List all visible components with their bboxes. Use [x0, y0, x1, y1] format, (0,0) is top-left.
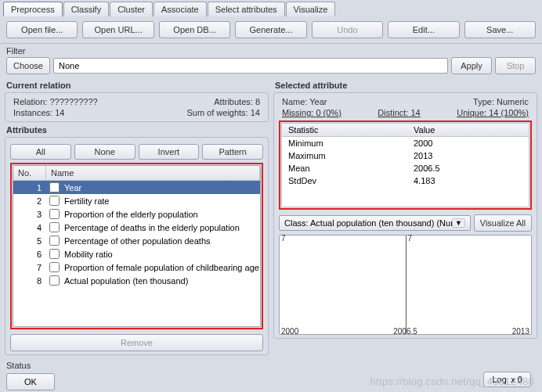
- current-relation-panel: Relation: ?????????? Attributes: 8 Insta…: [5, 92, 269, 122]
- table-row[interactable]: 3Proportion of the elderly population: [13, 207, 260, 221]
- row-checkbox[interactable]: [49, 236, 60, 246]
- histogram-preview: 7 7 2000 2006.5 2013: [279, 235, 532, 335]
- tab-visualize[interactable]: Visualize: [286, 2, 336, 16]
- attributes-value: 8: [255, 97, 260, 106]
- viz-x-min: 2000: [281, 327, 298, 336]
- row-checkbox[interactable]: [49, 262, 60, 272]
- row-no: 5: [13, 236, 46, 246]
- row-name: Year: [63, 183, 260, 192]
- table-row[interactable]: 8Actual population (ten thousand): [13, 274, 260, 287]
- row-name: Proportion of female population of child…: [63, 263, 260, 272]
- sa-distinct-label: Distinct:: [378, 108, 408, 117]
- row-no: 6: [13, 250, 46, 259]
- instances-label: Instances:: [13, 108, 52, 117]
- sa-name-value: Year: [309, 97, 327, 106]
- stat-col-statistic: Statistic: [282, 124, 407, 136]
- edit-button[interactable]: Edit...: [388, 21, 459, 38]
- tab-cluster[interactable]: Cluster: [110, 2, 153, 16]
- sa-unique-value: 14 (100%): [489, 108, 529, 117]
- sa-type-value: Numeric: [497, 97, 529, 106]
- attributes-table: No. Name 1Year2Fertility rate3Proportion…: [13, 165, 261, 327]
- open-url-button[interactable]: Open URL...: [82, 21, 154, 38]
- table-row[interactable]: 6Mobility ratio: [13, 247, 260, 261]
- row-name: Proportion of the elderly population: [63, 210, 260, 219]
- status-heading: Status: [0, 358, 542, 372]
- table-row[interactable]: 7Proportion of female population of chil…: [13, 261, 260, 274]
- row-name: Percentage of deaths in the elderly popu…: [63, 223, 260, 232]
- relation-label: Relation:: [13, 97, 47, 106]
- row-no: 8: [13, 276, 46, 286]
- instances-value: 14: [55, 108, 64, 117]
- row-checkbox[interactable]: [49, 222, 60, 232]
- pattern-button[interactable]: Pattern: [202, 144, 263, 160]
- viz-x-mid: 2006.5: [393, 327, 417, 336]
- visualize-all-button[interactable]: Visualize All: [474, 214, 532, 232]
- sa-type-label: Type:: [473, 97, 494, 106]
- open-db-button[interactable]: Open DB...: [159, 21, 230, 38]
- selected-attribute-heading: Selected attribute: [275, 81, 536, 90]
- filter-heading: Filter: [0, 44, 542, 57]
- row-checkbox[interactable]: [49, 275, 60, 286]
- viz-top-left: 7: [281, 234, 286, 243]
- relation-value: ??????????: [49, 97, 97, 106]
- row-checkbox[interactable]: [49, 209, 60, 219]
- main-tabs: Preprocess Classify Cluster Associate Se…: [0, 0, 542, 16]
- row-checkbox[interactable]: [49, 182, 60, 192]
- row-checkbox[interactable]: [49, 249, 60, 259]
- stat-row: StdDev4.183: [282, 174, 529, 187]
- table-row[interactable]: 4Percentage of deaths in the elderly pop…: [13, 221, 260, 234]
- generate-button[interactable]: Generate...: [235, 21, 306, 38]
- tab-select-attributes[interactable]: Select attributes: [208, 2, 285, 16]
- row-name: Mobility ratio: [63, 250, 260, 259]
- row-name: Fertility rate: [63, 196, 260, 206]
- sa-name-label: Name:: [282, 97, 307, 106]
- stat-name: Mean: [282, 162, 407, 174]
- row-no: 2: [13, 196, 46, 206]
- selected-attribute-panel: Name: Year Type: Numeric Missing: 0 (0%)…: [273, 92, 537, 339]
- choose-filter-button[interactable]: Choose: [6, 57, 50, 74]
- weights-value: 14: [251, 108, 260, 117]
- stat-value: 2006.5: [407, 162, 529, 174]
- status-area: Status OK Log x 0 https://blog.csdn.net/…: [0, 358, 542, 392]
- row-name: Actual population (ten thousand): [63, 276, 260, 286]
- toolbar: Open file... Open URL... Open DB... Gene…: [0, 16, 542, 44]
- sa-missing-label: Missing:: [282, 108, 313, 117]
- table-row[interactable]: 5Percentage of other population deaths: [13, 234, 260, 247]
- tab-classify[interactable]: Classify: [63, 2, 110, 16]
- table-row[interactable]: 1Year: [13, 181, 260, 194]
- class-select[interactable]: Class: Actual population (ten thousand) …: [279, 215, 471, 231]
- stat-value: 2013: [407, 149, 529, 162]
- undo-button: Undo: [312, 21, 383, 38]
- table-row[interactable]: 2Fertility rate: [13, 194, 260, 207]
- open-file-button[interactable]: Open file...: [6, 21, 78, 38]
- stat-value: 2000: [407, 137, 529, 149]
- remove-button: Remove: [10, 334, 263, 351]
- col-name[interactable]: Name: [46, 166, 260, 180]
- stat-col-value: Value: [407, 124, 529, 136]
- row-no: 1: [13, 183, 46, 192]
- sa-distinct-value: 14: [411, 108, 421, 117]
- all-button[interactable]: All: [10, 144, 71, 160]
- attributes-label: Attributes:: [214, 97, 253, 106]
- row-checkbox[interactable]: [49, 196, 60, 206]
- none-button[interactable]: None: [74, 144, 136, 160]
- col-no[interactable]: No.: [13, 166, 46, 180]
- current-relation-heading: Current relation: [6, 81, 267, 90]
- viz-x-max: 2013: [512, 327, 529, 336]
- filter-value[interactable]: None: [53, 58, 448, 74]
- tab-associate[interactable]: Associate: [154, 2, 207, 16]
- stat-row: Mean2006.5: [282, 162, 529, 174]
- stat-row: Minimum2000: [282, 137, 529, 149]
- invert-button[interactable]: Invert: [139, 144, 200, 160]
- status-ok: OK: [6, 373, 55, 390]
- stat-row: Maximum2013: [282, 149, 529, 162]
- attributes-panel: All None Invert Pattern No. Name 1Year2F…: [5, 137, 269, 355]
- apply-filter-button[interactable]: Apply: [451, 57, 492, 74]
- tab-preprocess[interactable]: Preprocess: [3, 2, 63, 16]
- sa-missing-value: 0 (0%): [316, 108, 341, 117]
- stat-name: Minimum: [282, 137, 407, 149]
- row-name: Percentage of other population deaths: [63, 236, 260, 246]
- viz-top-right: 7: [408, 234, 413, 243]
- save-button[interactable]: Save...: [464, 21, 536, 38]
- stat-value: 4.183: [407, 174, 529, 187]
